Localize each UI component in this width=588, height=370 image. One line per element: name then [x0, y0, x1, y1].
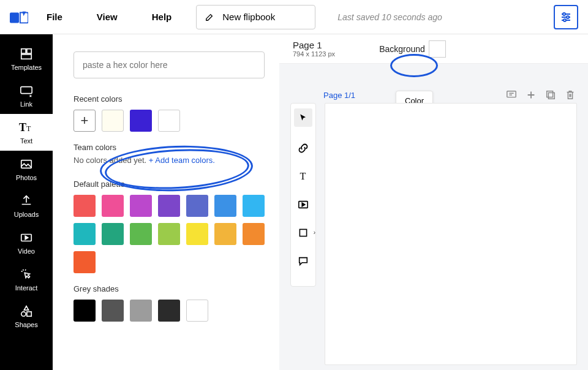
add-color-button[interactable]: +	[74, 110, 96, 132]
title-field-wrap[interactable]	[196, 5, 315, 29]
svg-point-2	[564, 19, 566, 21]
svg-rect-3	[21, 49, 26, 53]
svg-rect-13	[507, 91, 516, 97]
color-swatch[interactable]	[74, 300, 96, 322]
sidebar-item-shapes[interactable]: Shapes	[0, 298, 53, 334]
svg-text:T: T	[19, 121, 26, 134]
sliders-icon	[560, 11, 572, 23]
color-swatch[interactable]	[102, 110, 124, 132]
text-tool[interactable]: T	[296, 170, 310, 183]
svg-rect-5	[21, 55, 32, 59]
svg-rect-12	[27, 312, 31, 316]
svg-rect-6	[21, 87, 32, 94]
svg-rect-9	[21, 160, 32, 168]
team-colors-empty: No colors added yet. + Add team colors.	[74, 156, 265, 165]
svg-rect-14	[548, 92, 554, 99]
svg-point-0	[563, 13, 565, 15]
page-actions	[506, 89, 576, 100]
color-swatch[interactable]	[186, 195, 208, 217]
video-tool[interactable]	[296, 198, 310, 211]
select-tool[interactable]	[294, 108, 312, 127]
duplicate-icon[interactable]	[545, 89, 556, 100]
team-colors-label: Team colors	[74, 143, 265, 152]
recent-colors-row: +	[74, 110, 265, 132]
color-swatch[interactable]	[214, 223, 236, 245]
page-canvas[interactable]	[325, 103, 577, 365]
sidebar-item-templates[interactable]: Templates	[0, 40, 53, 77]
link-tool[interactable]	[296, 142, 310, 155]
color-swatch[interactable]	[243, 195, 265, 217]
comment-tool[interactable]	[296, 254, 310, 268]
sidebar-item-text[interactable]: TT Text	[0, 114, 53, 151]
sidebar-label: Uploads	[14, 211, 39, 218]
sidebar-label: Interact	[15, 284, 38, 292]
color-swatch[interactable]	[74, 195, 96, 217]
svg-point-1	[567, 16, 569, 18]
settings-button[interactable]	[554, 5, 578, 29]
menu-file[interactable]: File	[47, 12, 62, 22]
last-saved-text: Last saved 10 seconds ago	[337, 12, 442, 22]
page-header: Page 1 794 x 1123 px Background	[279, 34, 588, 64]
sidebar-item-interact[interactable]: Interact	[0, 261, 53, 298]
flipbook-title-input[interactable]	[222, 12, 308, 22]
page-dimensions: 794 x 1123 px	[293, 50, 335, 58]
video-icon	[19, 230, 34, 245]
comment-icon[interactable]	[506, 89, 517, 100]
sidebar-item-photos[interactable]: Photos	[0, 151, 53, 187]
color-swatch[interactable]	[130, 300, 152, 322]
color-swatch[interactable]	[158, 110, 180, 132]
uploads-icon	[19, 194, 34, 208]
color-swatch[interactable]	[243, 223, 265, 245]
menu-view[interactable]: View	[97, 12, 118, 22]
default-palette-label: Default palette	[74, 179, 265, 189]
sidebar-label: Video	[18, 247, 35, 255]
sidebar-item-video[interactable]: Video	[0, 224, 53, 261]
color-swatch[interactable]	[186, 223, 208, 245]
color-swatch[interactable]	[130, 195, 152, 217]
sidebar-label: Templates	[11, 64, 42, 71]
left-sidebar: Templates Link TT Text Photos Uploads Vi…	[0, 34, 53, 370]
grey-shades-label: Grey shades	[74, 284, 265, 293]
sidebar-label: Text	[20, 137, 32, 145]
svg-rect-4	[27, 49, 31, 53]
app-logo[interactable]	[10, 10, 28, 25]
grey-shades-row	[74, 300, 265, 322]
add-page-icon[interactable]	[526, 89, 537, 100]
color-swatch[interactable]	[102, 223, 124, 245]
page-counter: Page 1/1	[323, 91, 355, 100]
color-swatch[interactable]	[158, 300, 180, 322]
color-swatch[interactable]	[102, 300, 124, 322]
color-swatch[interactable]	[158, 223, 180, 245]
svg-rect-15	[547, 91, 553, 97]
default-palette-row	[74, 195, 265, 273]
color-swatch[interactable]	[130, 223, 152, 245]
svg-text:T: T	[300, 171, 306, 182]
photos-icon	[19, 157, 34, 172]
sidebar-item-uploads[interactable]: Uploads	[0, 187, 53, 224]
editor-area: Page 1 794 x 1123 px Background Color Pa…	[279, 34, 588, 370]
hex-color-input[interactable]	[74, 51, 265, 78]
background-color-swatch[interactable]	[429, 40, 446, 58]
delete-icon[interactable]	[565, 89, 576, 100]
sidebar-label: Link	[20, 100, 32, 108]
sidebar-label: Photos	[16, 174, 37, 181]
link-icon	[19, 83, 34, 98]
shape-tool[interactable]: ›	[296, 226, 310, 240]
sidebar-item-link[interactable]: Link	[0, 77, 53, 114]
svg-rect-18	[300, 229, 306, 236]
background-label: Background	[379, 44, 425, 54]
color-swatch[interactable]	[74, 223, 96, 245]
color-swatch[interactable]	[214, 195, 236, 217]
color-swatch[interactable]	[158, 195, 180, 217]
color-swatch[interactable]	[186, 300, 208, 322]
menu-help[interactable]: Help	[152, 12, 172, 22]
svg-point-11	[21, 312, 26, 316]
sidebar-label: Shapes	[15, 321, 37, 328]
color-swatch[interactable]	[130, 110, 152, 132]
add-team-colors-link[interactable]: + Add team colors.	[149, 156, 215, 165]
interact-icon	[19, 267, 34, 282]
page-info: Page 1 794 x 1123 px	[293, 40, 335, 58]
team-empty-text: No colors added yet.	[74, 156, 149, 165]
color-swatch[interactable]	[74, 251, 96, 273]
color-swatch[interactable]	[102, 195, 124, 217]
